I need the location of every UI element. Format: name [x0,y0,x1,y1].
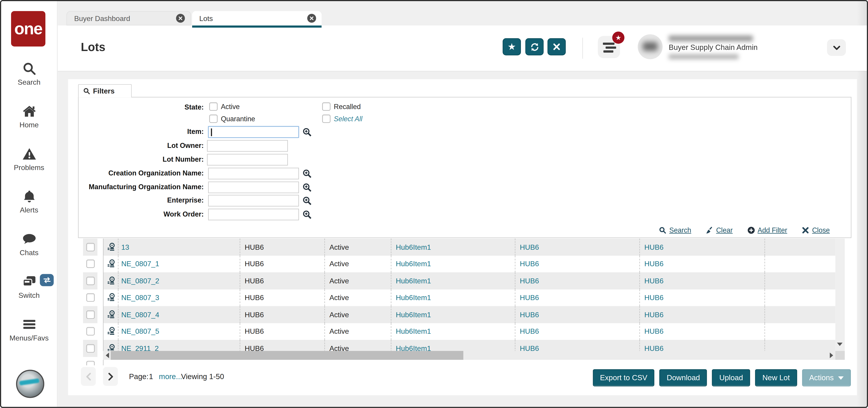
creation-org-input[interactable] [208,168,299,179]
lot-detail-icon[interactable] [103,323,118,340]
item-link[interactable]: Hub6Item1 [396,310,431,319]
creation-org-link[interactable]: HUB6 [520,243,539,251]
add-filter-link[interactable]: Add Filter [747,226,787,234]
row-checkbox[interactable] [86,260,94,268]
zoom-lookup-icon[interactable] [302,196,312,206]
checkbox-select-all[interactable]: Select All [322,115,363,123]
lot-number-link[interactable]: NE_0807_2 [121,277,159,285]
row-checkbox[interactable] [86,310,94,319]
checkbox-icon[interactable] [322,115,331,123]
row-checkbox[interactable] [86,327,94,336]
checkbox-active[interactable]: Active [209,102,240,111]
horizontal-scroll-thumb[interactable] [111,351,463,360]
creation-org-link[interactable]: HUB6 [520,277,539,285]
refresh-button[interactable] [525,38,544,55]
row-checkbox[interactable] [86,277,94,285]
lot-detail-icon[interactable] [103,306,118,323]
checkbox-icon[interactable] [209,102,218,111]
lot-detail-icon[interactable] [103,239,118,256]
zoom-lookup-icon[interactable] [302,210,312,219]
checkbox-quarantine[interactable]: Quarantine [209,115,255,123]
chat-bubble-icon [21,231,37,247]
sidebar-item-alerts[interactable]: Alerts [1,189,57,231]
enterprise-input[interactable] [208,195,299,207]
row-checkbox[interactable] [86,361,94,365]
scroll-left-icon[interactable] [103,351,111,360]
lot-number-link[interactable]: NE_0807_3 [121,293,159,302]
checkbox-icon[interactable] [322,102,331,111]
manufacturing-org-link[interactable]: HUB6 [645,243,664,251]
item-link[interactable]: Hub6Item1 [396,260,431,268]
swap-arrows-icon[interactable] [40,274,54,286]
close-filters-link[interactable]: Close [802,226,830,234]
filter-field-creation-org: Creation Organization Name: [79,168,851,180]
zoom-lookup-icon[interactable] [302,127,312,137]
item-link[interactable]: Hub6Item1 [396,277,431,285]
export-to-csv-button[interactable]: Export to CSV [593,369,654,386]
lot-number-link[interactable]: NE_0807_1 [121,260,159,268]
creation-org-link[interactable]: HUB6 [520,327,539,336]
item-link[interactable]: Hub6Item1 [396,243,431,251]
download-button[interactable]: Download [659,369,707,386]
next-page-button[interactable] [103,367,118,386]
prev-page-button[interactable] [81,367,96,386]
checkbox-icon[interactable] [209,115,218,123]
lot-detail-icon[interactable] [103,289,118,306]
lot-detail-icon[interactable] [103,272,118,289]
lot-number-input[interactable] [207,154,288,165]
creation-org-link[interactable]: HUB6 [520,293,539,302]
manufacturing-org-link[interactable]: HUB6 [645,293,664,302]
row-checkbox[interactable] [86,293,94,302]
new-lot-button[interactable]: New Lot [755,369,797,386]
horizontal-scrollbar[interactable] [103,351,835,360]
creation-org-link[interactable]: HUB6 [520,260,539,268]
sidebar-item-chats[interactable]: Chats [1,231,57,274]
close-page-button[interactable] [548,38,566,55]
user-menu-button[interactable] [827,39,846,56]
tab-buyer-dashboard[interactable]: Buyer Dashboard [66,11,191,26]
lot-detail-icon[interactable] [103,255,118,272]
work-order-input[interactable] [208,209,299,220]
creation-org-link[interactable]: HUB6 [520,310,539,319]
filter-field-item: Item: [79,126,851,138]
lot-number-link[interactable]: NE_0807_4 [121,310,159,319]
close-icon[interactable] [176,14,185,23]
item-input[interactable] [208,126,299,138]
item-link[interactable]: Hub6Item1 [396,293,431,302]
notifications-button[interactable]: ★ [598,36,620,58]
sidebar-item-menus-favs[interactable]: Menus/Favs [1,317,57,359]
zoom-lookup-icon[interactable] [302,183,312,192]
tab-lots[interactable]: Lots [192,11,322,28]
manufacturing-org-link[interactable]: HUB6 [645,310,664,319]
sidebar-item-switch[interactable]: Switch [1,274,57,317]
sidebar-item-home[interactable]: Home [1,103,57,146]
more-pages-link[interactable]: more... [159,373,182,381]
actions-button[interactable]: Actions [802,369,851,386]
zoom-lookup-icon[interactable] [302,169,312,178]
close-icon[interactable] [307,14,316,23]
item-link[interactable]: Hub6Item1 [396,327,431,336]
row-checkbox[interactable] [86,243,94,251]
search-link[interactable]: Search [659,226,691,234]
sidebar-item-search[interactable]: Search [1,61,57,104]
scroll-down-icon[interactable] [837,343,843,349]
lot-number-link[interactable]: NE_0807_5 [121,327,159,336]
lot-owner-input[interactable] [207,140,288,152]
lot-number-link[interactable]: 13 [121,243,129,251]
manufacturing-org-link[interactable]: HUB6 [645,260,664,268]
vertical-scrollbar[interactable] [835,239,845,360]
clear-link[interactable]: Clear [706,226,733,234]
row-checkbox[interactable] [86,344,94,352]
user-avatar[interactable] [638,34,662,59]
manufacturing-org-link[interactable]: HUB6 [645,327,664,336]
favorite-button[interactable]: ★ [503,38,521,55]
lots-table: 13 HUB6 Active Hub6Item1 HUB6 HUB6 NE_08… [68,238,857,365]
manufacturing-org-input[interactable] [208,182,299,193]
scroll-right-icon[interactable] [828,351,835,360]
sidebar-item-problems[interactable]: Problems [1,146,57,189]
upload-button[interactable]: Upload [712,369,750,386]
robot-avatar[interactable] [16,370,44,398]
filters-tab[interactable]: Filters [78,84,132,98]
checkbox-recalled[interactable]: Recalled [322,102,361,111]
manufacturing-org-link[interactable]: HUB6 [645,277,664,285]
